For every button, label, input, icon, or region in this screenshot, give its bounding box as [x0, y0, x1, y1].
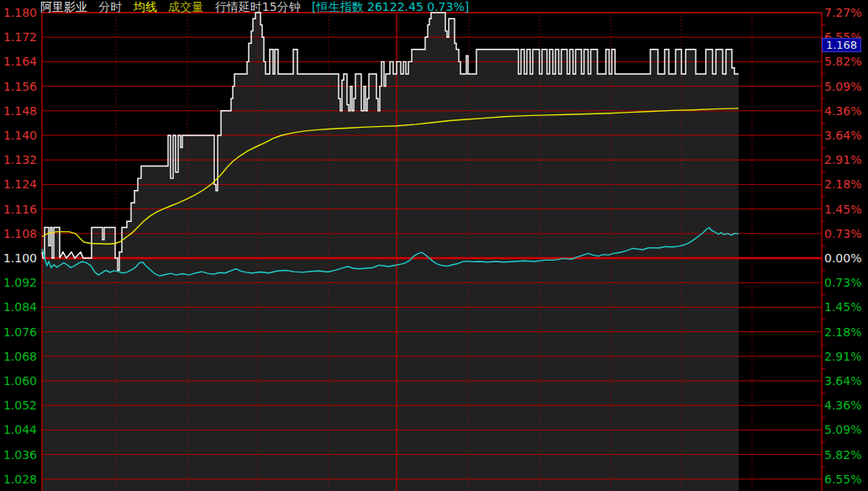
tab-intraday[interactable]: 分时 [98, 0, 122, 13]
price-axis-label: 1.044 [0, 423, 39, 436]
price-axis-label: 1.180 [0, 6, 39, 19]
percent-axis-label: 5.82% [824, 448, 868, 462]
price-axis-label: 1.092 [0, 276, 39, 289]
price-axis-label: 1.116 [0, 203, 39, 216]
tab-volume[interactable]: 成交量 [168, 0, 203, 13]
intraday-chart-canvas[interactable] [0, 0, 868, 491]
price-axis-label: 1.132 [0, 153, 39, 166]
percent-axis-label: 0.73% [824, 276, 868, 289]
percent-axis-label: 4.36% [824, 104, 868, 118]
price-axis-label: 1.036 [0, 448, 39, 462]
percent-axis-label: 3.64% [824, 129, 868, 142]
percent-axis-label: 1.45% [824, 203, 868, 216]
index-quote: [恒生指数 26122.45 0.73%] [312, 0, 469, 13]
last-price-badge: 1.168 [822, 38, 861, 52]
percent-axis-label: 5.09% [824, 80, 868, 93]
price-axis-label: 1.076 [0, 325, 39, 339]
tab-ma-line[interactable]: 均线 [134, 0, 157, 13]
price-axis-label: 1.068 [0, 350, 39, 363]
stock-name: 阿里影业 [40, 0, 87, 13]
percent-axis-right: 7.27%6.55%5.82%5.09%4.36%3.64%2.91%2.18%… [824, 0, 868, 491]
price-axis-label: 1.100 [0, 251, 39, 265]
percent-axis-label: 7.27% [824, 6, 868, 19]
under-curve-fill [42, 13, 739, 491]
price-axis-label: 1.108 [0, 227, 39, 240]
percent-axis-label: 1.45% [824, 300, 868, 314]
percent-axis-label: 2.18% [824, 177, 868, 191]
percent-axis-label: 2.91% [824, 350, 868, 363]
price-axis-label: 1.060 [0, 374, 39, 388]
price-axis-label: 1.156 [0, 80, 39, 93]
price-axis-label: 1.028 [0, 473, 39, 486]
stock-chart-window: 阿里影业 分时 均线 成交量 行情延时15分钟 [恒生指数 26122.45 0… [0, 0, 868, 491]
percent-axis-label: 0.73% [824, 227, 868, 240]
price-axis-label: 1.084 [0, 300, 39, 314]
price-axis-label: 1.124 [0, 177, 39, 191]
percent-axis-label: 4.36% [824, 399, 868, 412]
percent-axis-label: 2.91% [824, 153, 868, 166]
chart-header: 阿里影业 分时 均线 成交量 行情延时15分钟 [恒生指数 26122.45 0… [40, 0, 476, 14]
percent-axis-label: 0.00% [824, 251, 868, 265]
price-axis-label: 1.148 [0, 104, 39, 118]
delay-notice: 行情延时15分钟 [215, 0, 301, 13]
price-axis-label: 1.140 [0, 129, 39, 142]
price-axis-label: 1.164 [0, 55, 39, 68]
percent-axis-label: 2.18% [824, 325, 868, 339]
percent-axis-label: 5.82% [824, 55, 868, 68]
price-axis-label: 1.172 [0, 30, 39, 44]
price-axis-label: 1.052 [0, 399, 39, 412]
price-axis-left: 1.1801.1721.1641.1561.1481.1401.1321.124… [0, 0, 39, 491]
percent-axis-label: 3.64% [824, 374, 868, 388]
percent-axis-label: 6.55% [824, 473, 868, 486]
percent-axis-label: 5.09% [824, 423, 868, 436]
